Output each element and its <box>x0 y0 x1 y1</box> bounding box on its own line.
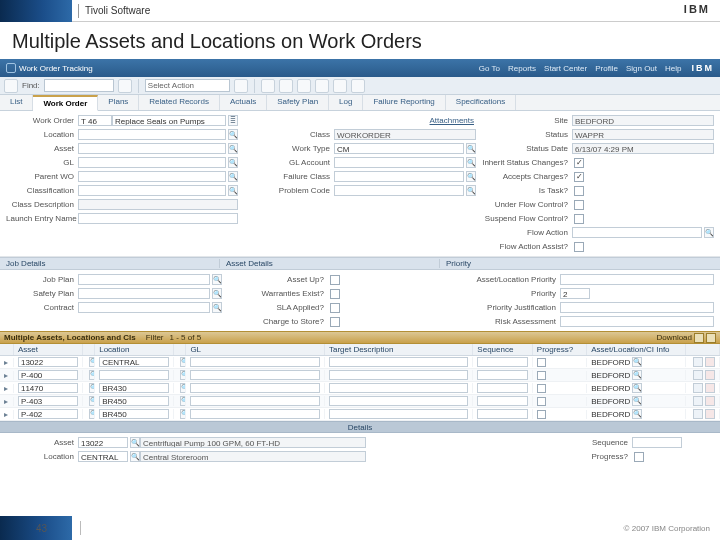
assetup-checkbox[interactable] <box>330 275 340 285</box>
location-lookup-icon[interactable]: 🔍 <box>228 129 238 140</box>
det-loc-lookup-icon[interactable]: 🔍 <box>130 451 140 462</box>
contract-lookup-icon[interactable]: 🔍 <box>212 302 222 313</box>
row-gl[interactable] <box>190 383 320 393</box>
toolbar-status-icon[interactable] <box>333 79 347 93</box>
tab-list[interactable]: List <box>0 95 33 110</box>
row-move-icon[interactable] <box>693 357 703 367</box>
row-seq[interactable] <box>477 383 527 393</box>
tab-log[interactable]: Log <box>329 95 363 110</box>
row-asset[interactable]: 13022 <box>18 357 78 367</box>
row-delete-icon[interactable] <box>705 396 715 406</box>
row-move-icon[interactable] <box>693 383 703 393</box>
priority-field[interactable]: 2 <box>560 288 590 299</box>
launch-field[interactable] <box>78 213 238 224</box>
multi-help-icon[interactable] <box>706 333 716 343</box>
det-asset-field[interactable]: 13022 <box>78 437 128 448</box>
select-action[interactable] <box>145 79 230 92</box>
asset-field[interactable] <box>78 143 226 154</box>
probcode-field[interactable] <box>334 185 464 196</box>
find-go-icon[interactable] <box>118 79 132 93</box>
glacct-lookup-icon[interactable]: 🔍 <box>466 157 476 168</box>
toolbar-prev-icon[interactable] <box>4 79 18 93</box>
expand-icon[interactable]: ▸ <box>0 397 14 406</box>
row-location[interactable]: BR430 <box>99 383 169 393</box>
toolbar-save-icon[interactable] <box>261 79 275 93</box>
sla-checkbox[interactable] <box>330 303 340 313</box>
nav-help[interactable]: Help <box>665 64 681 73</box>
row-target[interactable] <box>329 383 468 393</box>
row-asset[interactable]: P-402 <box>18 409 78 419</box>
parentwo-lookup-icon[interactable]: 🔍 <box>228 171 238 182</box>
accepts-checkbox[interactable] <box>574 172 584 182</box>
multi-collapse-icon[interactable] <box>694 333 704 343</box>
toolbar-clear-icon[interactable] <box>297 79 311 93</box>
failclass-lookup-icon[interactable]: 🔍 <box>466 171 476 182</box>
warranties-checkbox[interactable] <box>330 289 340 299</box>
row-location[interactable]: BR450 <box>99 409 169 419</box>
failclass-field[interactable] <box>334 171 464 182</box>
row-gl[interactable] <box>190 370 320 380</box>
row-seq[interactable] <box>477 357 527 367</box>
row-info-lookup-icon[interactable]: 🔍 <box>632 370 642 380</box>
multi-download[interactable]: Download <box>656 333 692 342</box>
inherit-checkbox[interactable] <box>574 158 584 168</box>
row-location[interactable]: BR450 <box>99 396 169 406</box>
wo-field[interactable]: T 46 <box>78 115 112 126</box>
row-gl[interactable] <box>190 396 320 406</box>
det-progress-checkbox[interactable] <box>634 452 644 462</box>
jobplan-field[interactable] <box>78 274 210 285</box>
row-asset[interactable]: P-400 <box>18 370 78 380</box>
nav-reports[interactable]: Reports <box>508 64 536 73</box>
row-target[interactable] <box>329 396 468 406</box>
long-desc-icon[interactable]: ≣ <box>228 115 238 126</box>
toolbar-new-icon[interactable] <box>279 79 293 93</box>
tab-safety-plan[interactable]: Safety Plan <box>267 95 329 110</box>
jobplan-lookup-icon[interactable]: 🔍 <box>212 274 222 285</box>
expand-icon[interactable]: ▸ <box>0 371 14 380</box>
row-move-icon[interactable] <box>693 396 703 406</box>
flowassist-checkbox[interactable] <box>574 242 584 252</box>
row-location[interactable] <box>99 370 169 380</box>
row-asset[interactable]: P-403 <box>18 396 78 406</box>
row-seq[interactable] <box>477 370 527 380</box>
row-move-icon[interactable] <box>693 409 703 419</box>
expand-icon[interactable]: ▸ <box>0 358 14 367</box>
nav-start-center[interactable]: Start Center <box>544 64 587 73</box>
expand-icon[interactable]: ▸ <box>0 410 14 419</box>
row-delete-icon[interactable] <box>705 357 715 367</box>
flowaction-field[interactable] <box>572 227 702 238</box>
row-delete-icon[interactable] <box>705 409 715 419</box>
row-progress-checkbox[interactable] <box>537 384 546 393</box>
nav-goto[interactable]: Go To <box>479 64 500 73</box>
safetyplan-lookup-icon[interactable]: 🔍 <box>212 288 222 299</box>
wo-desc[interactable]: Replace Seals on Pumps <box>112 115 226 126</box>
row-progress-checkbox[interactable] <box>537 371 546 380</box>
worktype-lookup-icon[interactable]: 🔍 <box>466 143 476 154</box>
row-info-lookup-icon[interactable]: 🔍 <box>632 357 642 367</box>
tab-work-order[interactable]: Work Order <box>33 95 98 111</box>
alp-field[interactable] <box>560 274 714 285</box>
select-action-dropdown-icon[interactable] <box>234 79 248 93</box>
chargestore-checkbox[interactable] <box>330 317 340 327</box>
row-delete-icon[interactable] <box>705 370 715 380</box>
expand-icon[interactable]: ▸ <box>0 384 14 393</box>
parentwo-field[interactable] <box>78 171 226 182</box>
asset-lookup-icon[interactable]: 🔍 <box>228 143 238 154</box>
glacct-field[interactable] <box>334 157 464 168</box>
attachments-link[interactable]: Attachments <box>334 116 476 125</box>
multi-filter[interactable]: Filter <box>146 333 164 342</box>
safetyplan-field[interactable] <box>78 288 210 299</box>
flowaction-lookup-icon[interactable]: 🔍 <box>704 227 714 238</box>
row-location[interactable]: CENTRAL <box>99 357 169 367</box>
tab-related-records[interactable]: Related Records <box>139 95 220 110</box>
row-target[interactable] <box>329 357 468 367</box>
row-delete-icon[interactable] <box>705 383 715 393</box>
contract-field[interactable] <box>78 302 210 313</box>
row-target[interactable] <box>329 409 468 419</box>
row-asset[interactable]: 11470 <box>18 383 78 393</box>
row-progress-checkbox[interactable] <box>537 397 546 406</box>
row-progress-checkbox[interactable] <box>537 410 546 419</box>
tab-specifications[interactable]: Specifications <box>446 95 516 110</box>
row-info-lookup-icon[interactable]: 🔍 <box>632 409 642 419</box>
row-info-lookup-icon[interactable]: 🔍 <box>632 396 642 406</box>
